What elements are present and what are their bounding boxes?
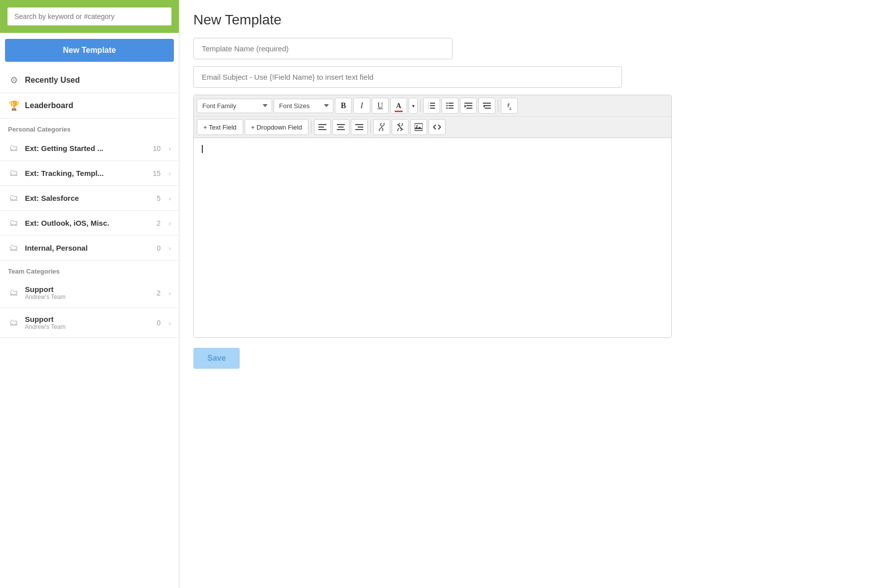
svg-line-27 — [381, 126, 383, 128]
toolbar-divider-2 — [498, 100, 498, 112]
toolbar-divider — [420, 100, 421, 112]
chevron-right-icon: › — [168, 219, 171, 227]
svg-rect-26 — [355, 129, 363, 130]
svg-rect-29 — [415, 124, 423, 131]
svg-point-10 — [447, 108, 448, 109]
category-name: Ext: Getting Started ... — [25, 144, 148, 152]
svg-rect-23 — [337, 129, 345, 130]
outdent-button[interactable] — [478, 98, 495, 114]
chevron-right-icon: › — [168, 145, 171, 152]
svg-rect-21 — [337, 124, 345, 125]
ordered-list-button[interactable]: 1. 2. 3. — [423, 98, 440, 114]
leaderboard-label: Leaderboard — [25, 101, 73, 110]
category-item-getting-started[interactable]: 🗂 Ext: Getting Started ... 10 › — [0, 136, 179, 161]
search-input[interactable] — [6, 6, 172, 26]
font-family-select[interactable]: Font Family Arial Times New Roman Courie… — [197, 99, 272, 113]
category-name: Support Andrew's Team — [25, 285, 152, 300]
italic-button[interactable]: I — [353, 98, 370, 114]
category-item-internal[interactable]: 🗂 Internal, Personal 0 › — [0, 236, 179, 261]
svg-rect-25 — [358, 127, 363, 128]
indent-icon — [464, 102, 472, 110]
category-count: 15 — [153, 169, 161, 177]
svg-rect-12 — [464, 103, 472, 104]
svg-point-6 — [447, 103, 448, 104]
editor-toolbar: Font Family Arial Times New Roman Courie… — [194, 95, 671, 138]
svg-rect-20 — [318, 129, 326, 130]
svg-rect-0 — [430, 103, 435, 104]
svg-rect-17 — [485, 108, 491, 109]
font-sizes-select[interactable]: Font Sizes 8pt 10pt 12pt 14pt 18pt 24pt — [274, 99, 333, 113]
category-name: Ext: Salesforce — [25, 194, 152, 202]
svg-rect-7 — [448, 103, 453, 104]
category-item-outlook[interactable]: 🗂 Ext: Outlook, iOS, Misc. 2 › — [0, 211, 179, 236]
category-name: Support Andrew's Team — [25, 315, 152, 330]
chevron-right-icon: › — [168, 319, 171, 327]
category-count: 5 — [157, 194, 161, 202]
text-field-button[interactable]: + Text Field — [197, 119, 243, 135]
svg-rect-1 — [430, 105, 435, 106]
category-name: Ext: Tracking, Templ... — [25, 169, 148, 177]
unlink-icon — [396, 123, 404, 131]
chevron-right-icon: › — [168, 244, 171, 252]
align-center-button[interactable] — [332, 119, 349, 135]
svg-rect-13 — [466, 105, 472, 106]
toolbar-row-1: Font Family Arial Times New Roman Courie… — [194, 95, 671, 117]
svg-rect-19 — [318, 127, 324, 128]
editor-body[interactable] — [194, 138, 671, 337]
category-item-support-1[interactable]: 🗂 Support Andrew's Team 2 › — [0, 278, 179, 308]
new-template-button[interactable]: New Template — [5, 39, 174, 62]
link-icon — [378, 123, 386, 131]
category-item-salesforce[interactable]: 🗂 Ext: Salesforce 5 › — [0, 186, 179, 211]
folder-icon: 🗂 — [8, 288, 20, 298]
dropdown-field-button[interactable]: + Dropdown Field — [245, 119, 308, 135]
align-left-button[interactable] — [314, 119, 331, 135]
editor-container: Font Family Arial Times New Roman Courie… — [193, 95, 672, 338]
save-button[interactable]: Save — [193, 348, 240, 369]
toolbar-row-2: + Text Field + Dropdown Field — [194, 117, 671, 138]
image-icon — [415, 123, 423, 131]
color-indicator — [395, 111, 403, 112]
category-count: 10 — [153, 145, 161, 152]
cursor — [202, 145, 203, 153]
font-color-button[interactable]: A — [390, 98, 407, 114]
sidebar-item-leaderboard[interactable]: 🏆 Leaderboard — [0, 93, 179, 119]
svg-rect-22 — [338, 127, 343, 128]
svg-rect-24 — [355, 124, 363, 125]
chevron-right-icon: › — [168, 169, 171, 177]
indent-button[interactable] — [460, 98, 477, 114]
image-button[interactable] — [410, 119, 427, 135]
align-right-button[interactable] — [351, 119, 368, 135]
outdent-icon — [483, 102, 491, 110]
unordered-list-button[interactable] — [442, 98, 458, 114]
bold-button[interactable]: B — [335, 98, 352, 114]
clear-format-button[interactable]: Ix — [501, 98, 518, 114]
svg-text:3.: 3. — [428, 107, 429, 109]
recently-used-icon: ⚙ — [8, 75, 20, 86]
category-item-tracking[interactable]: 🗂 Ext: Tracking, Templ... 15 › — [0, 161, 179, 186]
link-button[interactable] — [373, 119, 390, 135]
recently-used-label: Recently Used — [25, 76, 80, 85]
align-center-icon — [337, 123, 345, 131]
email-subject-input[interactable] — [193, 66, 622, 88]
underline-button[interactable]: U — [372, 98, 389, 114]
toolbar-divider-3 — [311, 121, 311, 133]
sidebar-item-recently-used[interactable]: ⚙ Recently Used — [0, 68, 179, 93]
folder-icon: 🗂 — [8, 218, 20, 228]
category-name: Internal, Personal — [25, 244, 152, 252]
sidebar: New Template ⚙ Recently Used 🏆 Leaderboa… — [0, 0, 179, 588]
folder-icon: 🗂 — [8, 317, 20, 328]
svg-rect-2 — [430, 108, 435, 109]
font-color-icon: A — [396, 102, 402, 110]
unlink-button[interactable] — [392, 119, 409, 135]
folder-icon: 🗂 — [8, 143, 20, 153]
template-name-input[interactable] — [193, 38, 452, 59]
color-dropdown-button[interactable]: ▾ — [409, 98, 418, 114]
category-count: 0 — [157, 319, 161, 327]
svg-rect-18 — [318, 124, 326, 125]
leaderboard-icon: 🏆 — [8, 100, 20, 111]
search-wrapper — [0, 0, 179, 33]
source-button[interactable] — [429, 119, 446, 135]
clear-format-icon: Ix — [507, 101, 511, 110]
svg-rect-9 — [448, 105, 453, 106]
category-item-support-2[interactable]: 🗂 Support Andrew's Team 0 › — [0, 308, 179, 338]
